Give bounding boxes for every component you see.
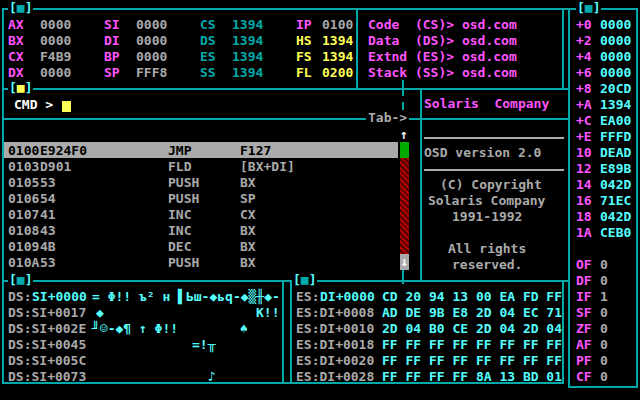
divider-rule	[424, 169, 564, 171]
scrollbar-up-arrow-icon[interactable]: ↑	[400, 127, 408, 143]
register-name: BX	[8, 33, 24, 49]
divider-rule	[424, 137, 564, 139]
border-register-divider	[356, 8, 358, 90]
disasm-bytes[interactable]: 53	[40, 255, 56, 271]
disasm-mnemonic[interactable]: JMP	[168, 143, 191, 159]
esdi-window-marker-icon: [■]	[292, 272, 317, 288]
register-name: CX	[8, 49, 24, 65]
flag-value: 0	[600, 257, 608, 273]
esdi-hex-bytes: 2D 04 B0 CE 2D 04 2D 04	[382, 321, 562, 337]
disasm-mnemonic[interactable]: PUSH	[168, 255, 199, 271]
flag-value: 0	[600, 369, 608, 385]
disasm-operand[interactable]: BX	[240, 223, 256, 239]
border-cmd-bottom	[2, 118, 568, 120]
disasm-bytes[interactable]: 4B	[40, 239, 56, 255]
scrollbar-track[interactable]	[400, 158, 409, 254]
tab-hint-label: Tab->	[366, 110, 409, 126]
disasm-address[interactable]: 0103	[8, 159, 39, 175]
border-esdi-right	[562, 280, 564, 384]
command-prompt[interactable]: CMD >	[14, 97, 53, 113]
dssi-ascii-content: ♠	[240, 321, 248, 337]
disasm-mnemonic[interactable]: PUSH	[168, 175, 199, 191]
scrollbar-tick-bottom	[402, 270, 404, 284]
disasm-address[interactable]: 0100	[8, 143, 39, 159]
disasm-operand[interactable]: SP	[240, 191, 256, 207]
years-text: 1991-1992	[452, 209, 522, 225]
register-value: 0000	[136, 17, 167, 33]
esdi-hex-bytes: CD 20 94 13 00 EA FD FF	[382, 289, 562, 305]
disasm-mnemonic[interactable]: INC	[168, 223, 191, 239]
memory-value: 0000	[600, 49, 631, 65]
disasm-address[interactable]: 0105	[8, 175, 39, 191]
register-value: 0000	[40, 65, 71, 81]
disasm-operand[interactable]: [BX+DI]	[240, 159, 295, 175]
disasm-address[interactable]: 0108	[8, 223, 39, 239]
cmd-window-marker-icon: [■]	[8, 80, 33, 96]
border-cmd-top	[2, 88, 568, 90]
disasm-operand[interactable]: BX	[240, 239, 256, 255]
disasm-address[interactable]: 010A	[8, 255, 39, 271]
segment-register-value: 1394	[232, 49, 263, 65]
register-value: FFF8	[136, 65, 167, 81]
register-value: F4B9	[40, 49, 71, 65]
border-dssi-right	[282, 280, 284, 384]
disasm-mnemonic[interactable]: PUSH	[168, 191, 199, 207]
flag-value: 0	[600, 353, 608, 369]
dssi-label: DS:SI+0045	[8, 337, 86, 353]
disasm-operand[interactable]: CX	[240, 207, 256, 223]
memory-offset: 12	[576, 161, 592, 177]
disasm-bytes[interactable]: 41	[40, 207, 56, 223]
register-value: 0200	[322, 65, 353, 81]
memory-value: 20CD	[600, 81, 631, 97]
register-value: 0000	[40, 17, 71, 33]
disasm-address[interactable]: 0107	[8, 207, 39, 223]
memory-value: DEAD	[600, 145, 631, 161]
memory-value: 0000	[600, 65, 631, 81]
border-rightbox-left	[568, 8, 570, 388]
segment-map-line: Stack (SS)> osd.com	[368, 65, 517, 81]
disasm-bytes[interactable]: D901	[40, 159, 71, 175]
memory-offset: +4	[576, 49, 592, 65]
disasm-mnemonic[interactable]: FLD	[168, 159, 191, 175]
border-about-left	[420, 88, 422, 282]
register-name: SP	[104, 65, 120, 81]
dssi-ascii-content: ◆	[96, 305, 104, 321]
disasm-mnemonic[interactable]: DEC	[168, 239, 191, 255]
disasm-operand[interactable]: F127	[240, 143, 271, 159]
memory-offset: 18	[576, 209, 592, 225]
dssi-ascii-content: ♪	[208, 369, 216, 385]
memory-value: 71EC	[600, 193, 631, 209]
flag-name: IF	[576, 289, 592, 305]
disasm-mnemonic[interactable]: INC	[168, 207, 191, 223]
dssi-label: DS:SI+0017	[8, 305, 86, 321]
flag-name: DF	[576, 273, 592, 289]
disasm-operand[interactable]: BX	[240, 255, 256, 271]
copyright-text: (C) Copyright	[440, 177, 542, 193]
memory-offset: +E	[576, 129, 592, 145]
esdi-hex-bytes: AD DE 9B E8 2D 04 EC 71	[382, 305, 562, 321]
disasm-bytes[interactable]: 54	[40, 191, 56, 207]
disasm-bytes[interactable]: 43	[40, 223, 56, 239]
esdi-hex-bytes: FF FF FF FF FF FF FF FF	[382, 337, 562, 353]
memory-offset: 1A	[576, 225, 592, 241]
memory-offset: +8	[576, 81, 592, 97]
disasm-bytes[interactable]: 53	[40, 175, 56, 191]
disasm-bytes[interactable]: E924F0	[40, 143, 87, 159]
memory-value: 0000	[600, 33, 631, 49]
disasm-address[interactable]: 0106	[8, 191, 39, 207]
dssi-label: DS:SI+0073	[8, 369, 86, 385]
disasm-address[interactable]: 0109	[8, 239, 39, 255]
memory-value: CEB0	[600, 225, 631, 241]
memory-window-marker-icon: [■]	[576, 0, 601, 16]
scrollbar-down-arrow-icon[interactable]: ↓	[400, 254, 409, 270]
rights-text: All rights	[448, 241, 526, 257]
disasm-operand[interactable]: BX	[240, 175, 256, 191]
esdi-label: ES:DI+0020	[296, 353, 374, 369]
register-name: HS	[296, 33, 312, 49]
segment-register-name: DS	[200, 33, 216, 49]
scrollbar-thumb[interactable]	[400, 142, 409, 158]
memory-offset: 10	[576, 145, 592, 161]
border-left	[2, 8, 4, 384]
segment-register-value: 1394	[232, 17, 263, 33]
scrollbar-tick-top	[402, 80, 404, 96]
